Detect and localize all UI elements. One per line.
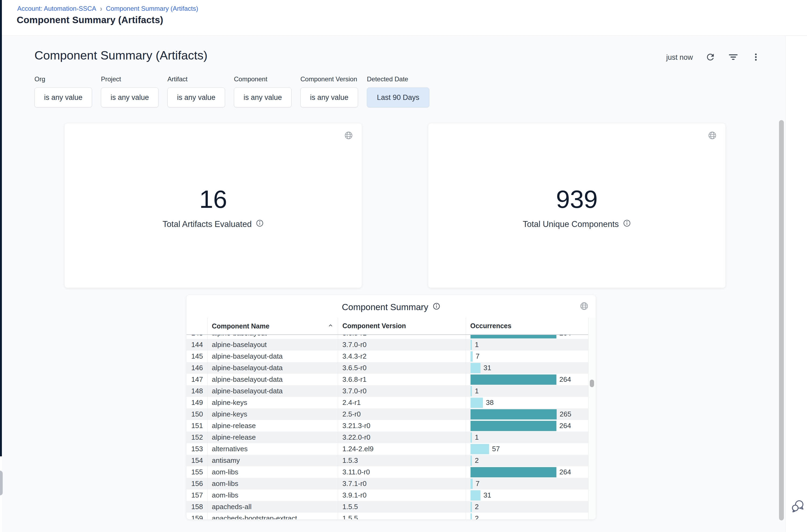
component-name-cell[interactable]: alpine-keys	[207, 408, 338, 420]
occurrences-cell[interactable]: 264	[466, 466, 588, 478]
component-name-cell[interactable]: apacheds-bootstrap-extract	[207, 513, 338, 519]
component-name-cell[interactable]: apacheds-all	[207, 501, 338, 513]
component-version-cell[interactable]: 3.4.3-r2	[338, 350, 466, 362]
filter-chip-component-version[interactable]: is any value	[301, 88, 358, 108]
sidebar-handle[interactable]	[0, 471, 3, 495]
component-version-cell[interactable]: 3.9.1-r0	[338, 490, 466, 501]
table-row[interactable]: 157aom-libs3.9.1-r031	[187, 490, 588, 501]
tile-explore-button[interactable]	[579, 302, 589, 311]
row-number: 155	[187, 466, 207, 478]
occurrences-cell[interactable]: 31	[466, 362, 588, 374]
component-name-cell[interactable]: aom-libs	[207, 466, 338, 478]
table-row[interactable]: 159apacheds-bootstrap-extract1.5.52	[187, 513, 588, 519]
occurrences-cell[interactable]: 7	[466, 350, 588, 362]
table-row[interactable]: 153alternatives1.24-2.el957	[187, 443, 588, 455]
filter-chip-detected-date[interactable]: Last 90 Days	[367, 88, 429, 108]
component-name-cell[interactable]: alpine-release	[207, 432, 338, 443]
component-version-cell[interactable]: 2.5-r0	[338, 408, 466, 420]
occurrences-cell[interactable]: 1	[466, 385, 588, 397]
table-row[interactable]: 154antisamy1.5.32	[187, 455, 588, 466]
table-row[interactable]: 150alpine-keys2.5-r0265	[187, 408, 588, 420]
sidebar-edge	[0, 0, 2, 456]
component-version-cell[interactable]: 3.22.0-r0	[338, 432, 466, 443]
component-version-cell[interactable]: 3.6.5-r0	[338, 362, 466, 374]
component-name-cell[interactable]: antisamy	[207, 455, 338, 466]
table-row[interactable]: 151alpine-release3.21.3-r0264	[187, 420, 588, 432]
occurrences-cell[interactable]: 31	[466, 490, 588, 501]
component-name-cell[interactable]: alternatives	[207, 443, 338, 455]
occurrences-cell[interactable]: 264	[466, 420, 588, 432]
tile-explore-button[interactable]	[708, 131, 717, 141]
occurrences-cell[interactable]: 264	[466, 335, 588, 339]
table-row[interactable]: 156aom-libs3.7.1-r07	[187, 478, 588, 490]
occurrences-cell[interactable]: 2	[466, 501, 588, 513]
component-version-cell[interactable]: 3.6.8-r1	[338, 374, 466, 385]
component-version-cell[interactable]: 2.4-r1	[338, 397, 466, 408]
component-version-cell[interactable]: 1.5.3	[338, 455, 466, 466]
occurrences-cell[interactable]: 1	[466, 432, 588, 443]
filter-chip-artifact[interactable]: is any value	[168, 88, 225, 108]
component-version-cell[interactable]: 3.11.0-r0	[338, 466, 466, 478]
info-icon[interactable]	[623, 219, 631, 229]
component-name-cell[interactable]: alpine-baselayout-data	[207, 362, 338, 374]
chat-help-button[interactable]	[791, 499, 805, 514]
occurrences-cell[interactable]: 1	[466, 339, 588, 350]
table-row[interactable]: 143alpine-baselayout3.6.8-r1264	[187, 335, 588, 339]
component-version-cell[interactable]: 3.7.0-r0	[338, 385, 466, 397]
component-version-cell[interactable]: 1.24-2.el9	[338, 443, 466, 455]
component-name-cell[interactable]: aom-libs	[207, 478, 338, 490]
component-name-cell[interactable]: alpine-baselayout-data	[207, 385, 338, 397]
table-scrollbar-thumb[interactable]	[590, 380, 594, 387]
component-name-cell[interactable]: alpine-baselayout	[207, 339, 338, 350]
component-version-cell[interactable]: 3.7.0-r0	[338, 339, 466, 350]
occurrence-value: 1	[475, 385, 479, 397]
info-icon[interactable]	[256, 219, 264, 229]
table-row[interactable]: 144alpine-baselayout3.7.0-r01	[187, 339, 588, 350]
filter-chip-project[interactable]: is any value	[101, 88, 158, 108]
dashboard-filters-button[interactable]	[728, 52, 738, 63]
component-name-cell[interactable]: aom-libs	[207, 490, 338, 501]
occurrences-cell[interactable]: 38	[466, 397, 588, 408]
column-header-component-version[interactable]: Component Version	[338, 318, 466, 335]
table-row[interactable]: 145alpine-baselayout-data3.4.3-r27	[187, 350, 588, 362]
tile-explore-button[interactable]	[344, 131, 353, 141]
component-name-cell[interactable]: alpine-baselayout-data	[207, 350, 338, 362]
table-row[interactable]: 146alpine-baselayout-data3.6.5-r031	[187, 362, 588, 374]
occurrences-cell[interactable]: 264	[466, 374, 588, 385]
dashboard-actions-menu-button[interactable]	[751, 52, 761, 63]
component-name-cell[interactable]: alpine-baselayout-data	[207, 374, 338, 385]
table-row[interactable]: 152alpine-release3.22.0-r01	[187, 432, 588, 443]
column-header-row-number[interactable]	[187, 318, 207, 335]
row-number: 149	[187, 397, 207, 408]
table-row[interactable]: 155aom-libs3.11.0-r0264	[187, 466, 588, 478]
breadcrumb-current-link[interactable]: Component Summary (Artifacts)	[106, 5, 198, 13]
occurrences-cell[interactable]: 7	[466, 478, 588, 490]
component-version-cell[interactable]: 1.5.5	[338, 501, 466, 513]
filter-chip-component[interactable]: is any value	[234, 88, 291, 108]
occurrences-cell[interactable]: 265	[466, 408, 588, 420]
info-icon[interactable]	[433, 302, 440, 312]
table-row[interactable]: 148alpine-baselayout-data3.7.0-r01	[187, 385, 588, 397]
occurrence-value: 1	[475, 339, 479, 350]
table-row[interactable]: 149alpine-keys2.4-r138	[187, 397, 588, 408]
refresh-button[interactable]	[705, 52, 715, 63]
table-scrollbar[interactable]	[588, 318, 596, 519]
filter-chip-org[interactable]: is any value	[35, 88, 92, 108]
component-version-cell[interactable]: 3.21.3-r0	[338, 420, 466, 432]
page-scrollbar-thumb[interactable]	[779, 120, 784, 520]
page-scrollbar[interactable]	[777, 36, 786, 532]
column-header-component-name[interactable]: Component Name	[207, 318, 338, 335]
occurrences-cell[interactable]: 2	[466, 513, 588, 519]
component-name-cell[interactable]: alpine-release	[207, 420, 338, 432]
component-version-cell[interactable]: 1.5.5	[338, 513, 466, 519]
occurrences-cell[interactable]: 2	[466, 455, 588, 466]
table-row[interactable]: 158apacheds-all1.5.52	[187, 501, 588, 513]
occurrences-cell[interactable]: 57	[466, 443, 588, 455]
component-version-cell[interactable]: 3.6.8-r1	[338, 335, 466, 339]
component-name-cell[interactable]: alpine-baselayout	[207, 335, 338, 339]
column-header-occurrences[interactable]: Occurrences	[466, 318, 588, 335]
component-version-cell[interactable]: 3.7.1-r0	[338, 478, 466, 490]
breadcrumb-account-link[interactable]: Account: Automation-SSCA	[17, 5, 96, 13]
table-row[interactable]: 147alpine-baselayout-data3.6.8-r1264	[187, 374, 588, 385]
component-name-cell[interactable]: alpine-keys	[207, 397, 338, 408]
